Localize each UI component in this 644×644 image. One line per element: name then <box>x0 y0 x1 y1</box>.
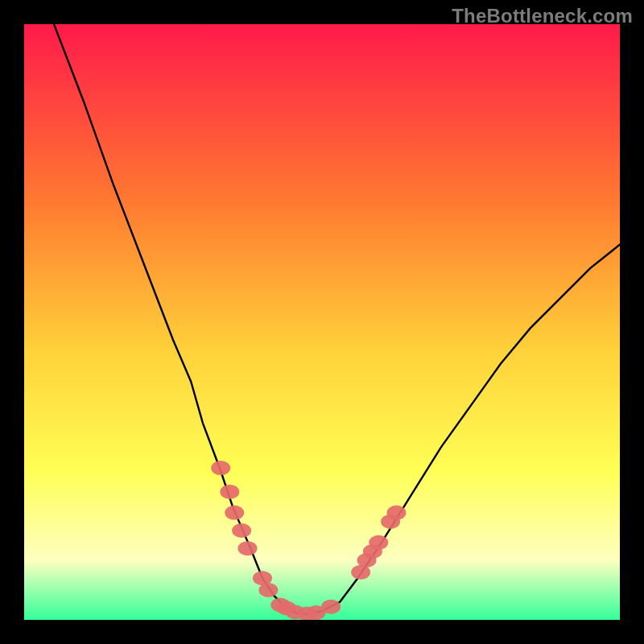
chart-svg <box>24 24 620 620</box>
chart-frame: TheBottleneck.com <box>0 0 644 644</box>
data-marker <box>225 506 244 520</box>
data-marker <box>321 600 341 614</box>
data-marker <box>258 583 278 597</box>
data-marker <box>220 485 239 499</box>
data-marker <box>232 523 251 538</box>
data-marker <box>387 506 407 520</box>
data-marker <box>211 460 230 475</box>
plot-area <box>24 24 620 620</box>
gradient-background <box>24 24 620 620</box>
data-marker <box>369 535 388 550</box>
data-marker <box>238 541 258 555</box>
